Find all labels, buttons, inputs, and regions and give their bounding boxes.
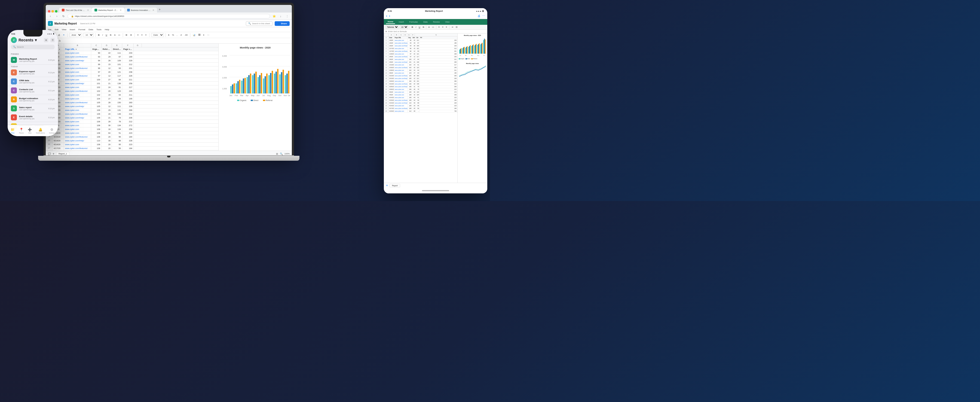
filter-icon-date[interactable]: ▾ bbox=[59, 48, 61, 50]
chrome-new-tab-btn[interactable]: + bbox=[157, 6, 162, 13]
tablet-cell-pageviews[interactable]: 201 bbox=[420, 50, 457, 53]
menu-tools[interactable]: Tools bbox=[96, 28, 102, 31]
tablet-table-row[interactable]: 20 3/26/20 www.zyker.com 106 28 78 212 bbox=[384, 88, 457, 91]
tablet-fill-btn[interactable]: ▭ bbox=[431, 26, 435, 29]
tablet-cell-url[interactable]: www.zyker.com bbox=[394, 47, 408, 50]
phone-list-icon[interactable]: ☰ bbox=[50, 38, 55, 42]
cell-referral[interactable]: 27 bbox=[102, 78, 112, 81]
cell-pageviews[interactable]: 184 bbox=[122, 147, 134, 150]
cell-direct[interactable]: 121 bbox=[112, 70, 122, 74]
tablet-sheet-tab[interactable]: Report bbox=[390, 184, 400, 187]
tablet-cell-direct[interactable]: 95 bbox=[416, 105, 420, 107]
tablet-italic-btn[interactable]: I bbox=[415, 26, 417, 29]
tablet-cell-organic[interactable]: 108 bbox=[408, 94, 412, 96]
phone-tab-new[interactable]: ➕ New bbox=[28, 128, 32, 134]
tablet-table-row[interactable]: 14 3/6/20 www.zyker.com 104 27 64 195 bbox=[384, 72, 457, 75]
cell-referral[interactable]: 21 bbox=[102, 116, 112, 120]
table-row[interactable]: 2 1/6/20 www.zyker.com 90 22 111 233 bbox=[46, 51, 218, 55]
tablet-align-center[interactable]: ≡ bbox=[441, 26, 444, 29]
table-row[interactable]: 7 1/20/20 www.zyker.com 97 20 121 238 bbox=[46, 70, 218, 74]
tablet-cell-organic[interactable]: 105 bbox=[408, 77, 412, 80]
tablet-cell-url[interactable]: www.zyker.com bbox=[394, 72, 408, 74]
tablet-cell-pageviews[interactable]: 283 bbox=[420, 75, 457, 77]
cell-organic[interactable]: 96 bbox=[91, 63, 102, 66]
cell-pageviews[interactable]: 266 bbox=[122, 108, 134, 112]
cell-direct[interactable]: 111 bbox=[112, 51, 122, 55]
cell-referral[interactable]: 29 bbox=[102, 108, 112, 112]
cell-pageviews[interactable]: 212 bbox=[122, 63, 134, 66]
tablet-table-row[interactable]: 12 2/16/20 www.zyker.com/features/ 102 2… bbox=[384, 67, 457, 69]
tablet-cell-pageviews[interactable]: 229 bbox=[420, 45, 457, 47]
tablet-table-row[interactable]: 10 2/9/20 www.zyker.com/help/ 101 21 136… bbox=[384, 61, 457, 64]
cell-referral[interactable]: 20 bbox=[102, 70, 112, 74]
tablet-cell-direct[interactable]: 94 bbox=[416, 69, 420, 72]
currency-btn[interactable]: $ bbox=[167, 33, 170, 37]
strikethrough-btn[interactable]: S bbox=[109, 33, 112, 37]
tablet-cell-url[interactable]: www.zyker.com/help/ bbox=[394, 45, 408, 47]
tablet-table-row[interactable]: 15 3/13/20 www.zyker.com/features/ 105 2… bbox=[384, 75, 457, 77]
tablet-table-row[interactable]: 8 2/6/20 www.zyker.com/features/ 97 12 1… bbox=[384, 56, 457, 58]
menu-help[interactable]: Help bbox=[105, 28, 109, 31]
tablet-cell-organic[interactable]: 105 bbox=[408, 75, 412, 77]
italic-btn[interactable]: I bbox=[102, 33, 104, 37]
cell-url[interactable]: www.zyker.com/help/ bbox=[64, 139, 91, 142]
table-row[interactable]: 13 2/26/20 www.zyker.com 102 15 94 211 bbox=[46, 93, 218, 97]
filter-icon-url[interactable]: ▾ bbox=[76, 48, 78, 50]
cell-url[interactable]: www.zyker.com bbox=[64, 93, 91, 97]
col-header-e[interactable]: E bbox=[112, 43, 122, 47]
cell-organic[interactable]: 105 bbox=[91, 101, 102, 104]
tablet-cell-direct[interactable]: 78 bbox=[416, 88, 420, 91]
tablet-cell-referral[interactable]: 27 bbox=[412, 72, 416, 74]
cell-direct[interactable]: 123 bbox=[112, 89, 122, 93]
cell-pageviews[interactable]: 211 bbox=[122, 78, 134, 81]
col-header-organic[interactable]: Organic ▾ bbox=[91, 47, 102, 51]
tablet-col-d[interactable]: D bbox=[403, 34, 407, 36]
align-right-btn[interactable]: ≡ bbox=[145, 33, 148, 37]
cell-direct[interactable]: 51 bbox=[112, 131, 122, 135]
tablet-align-right[interactable]: ≡ bbox=[445, 26, 448, 29]
tablet-cell-referral[interactable]: 26 bbox=[412, 45, 416, 47]
cell-direct[interactable]: 136 bbox=[112, 82, 122, 85]
table-row[interactable]: 3 1/6/20 www.zyker.com/features/ 93 29 6… bbox=[46, 55, 218, 59]
tablet-cell-direct[interactable]: 150 bbox=[416, 75, 420, 77]
table-row[interactable]: 10 2/9/20 www.zyker.com/help/ 101 21 136… bbox=[46, 82, 218, 86]
cell-direct[interactable]: 101 bbox=[112, 63, 122, 66]
tablet-cell-referral[interactable]: 15 bbox=[412, 69, 416, 72]
tablet-cell-organic[interactable]: 108 bbox=[408, 99, 412, 102]
cell-pageviews[interactable]: 189 bbox=[122, 55, 134, 59]
cell-url[interactable]: www.zyker.com/help/ bbox=[64, 59, 91, 62]
cell-organic[interactable]: 101 bbox=[91, 82, 102, 85]
table-row[interactable]: 21 4/6/20 www.zyker.com 108 30 134 272 bbox=[46, 124, 218, 128]
tablet-cell-direct[interactable]: 148 bbox=[416, 83, 420, 85]
phone-search[interactable]: 🔍 Search bbox=[11, 45, 55, 49]
format-select[interactable]: Date bbox=[151, 33, 164, 37]
cell-referral[interactable]: 29 bbox=[102, 55, 112, 59]
cell-referral[interactable]: 12 bbox=[102, 105, 112, 108]
tablet-add-sheet-btn[interactable]: + bbox=[386, 183, 388, 187]
tablet-cell-pageviews[interactable]: 189 bbox=[420, 42, 457, 45]
tablet-cell-referral[interactable]: 20 bbox=[412, 107, 416, 110]
table-row[interactable]: 19 3/25/20 www.zyker.com/help/ 106 21 79… bbox=[46, 116, 218, 120]
chart-btn[interactable]: 📊 bbox=[192, 33, 196, 37]
tablet-cell-pageviews[interactable]: 184 bbox=[420, 107, 457, 110]
tablet-cell-pageviews[interactable]: 730 bbox=[420, 110, 457, 112]
tablet-cell-url[interactable]: www.zyker.com/features/ bbox=[394, 99, 408, 102]
phone-recents[interactable]: Z Recents ▾ bbox=[11, 37, 37, 43]
cell-pageviews[interactable]: 229 bbox=[122, 59, 134, 62]
phone-tab-settings[interactable]: ⚙ Settings bbox=[49, 128, 55, 134]
col-header-g[interactable]: G bbox=[134, 43, 142, 47]
cell-pageviews[interactable]: 223 bbox=[122, 143, 134, 146]
tablet-cell-date[interactable]: 2/26/20 bbox=[389, 69, 394, 72]
cell-url[interactable]: www.zyker.com bbox=[64, 143, 91, 146]
tablet-cell-direct[interactable]: 123 bbox=[416, 67, 420, 69]
ribbon-tab-view[interactable]: View bbox=[444, 20, 451, 24]
tablet-cell-url[interactable]: www.zyker.com bbox=[394, 69, 408, 72]
cell-referral[interactable]: 15 bbox=[102, 93, 112, 97]
comma-btn[interactable]: , bbox=[176, 33, 178, 37]
tablet-cell-organic[interactable]: 94 bbox=[408, 45, 412, 47]
tablet-cell-pageviews[interactable]: 245 bbox=[420, 67, 457, 69]
tablet-cell-url[interactable]: www.zyker.com bbox=[394, 91, 408, 93]
fill-color-btn[interactable]: ▭ bbox=[117, 33, 121, 37]
col-header-f[interactable]: F bbox=[122, 43, 134, 47]
tablet-cell-referral[interactable]: 30 bbox=[412, 102, 416, 104]
